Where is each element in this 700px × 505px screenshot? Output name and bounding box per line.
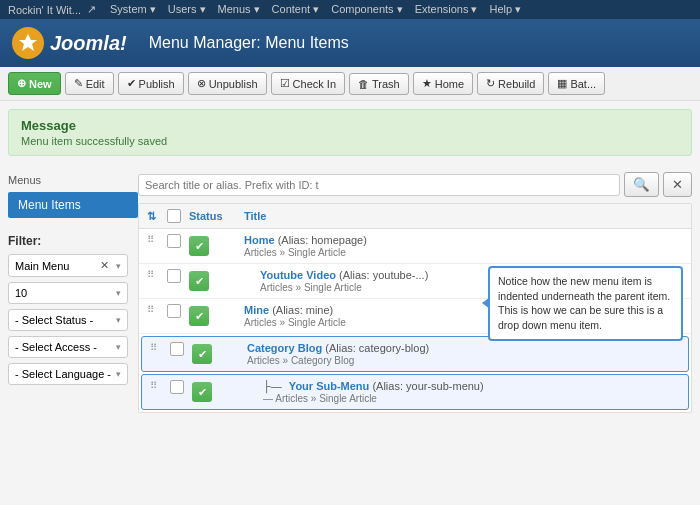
row-checkbox-cell	[170, 342, 192, 356]
edit-icon: ✎	[74, 77, 83, 90]
filter-title: Filter:	[8, 234, 138, 248]
publish-button[interactable]: ✔ Publish	[118, 72, 184, 95]
access-dropdown-arrow: ▾	[116, 342, 121, 352]
page-title: Menu Manager: Menu Items	[149, 34, 349, 52]
search-icon: 🔍	[633, 177, 650, 192]
search-button[interactable]: 🔍	[624, 172, 659, 197]
language-dropdown-arrow: ▾	[116, 369, 121, 379]
row-order-handle[interactable]: ⠿	[150, 342, 170, 353]
toolbar: ⊕ New ✎ Edit ✔ Publish ⊗ Unpublish ☑ Che…	[0, 67, 700, 101]
sidebar-item-menu-items[interactable]: Menu Items	[8, 192, 138, 218]
status-published-icon[interactable]: ✔	[189, 306, 209, 326]
new-icon: ⊕	[17, 77, 26, 90]
menu-item-title[interactable]: ├— Your Sub-Menu (Alias: your-sub-menu)	[263, 380, 680, 392]
right-content: 🔍 ✕ ⇅ Status Title ⠿	[138, 172, 692, 413]
tooltip-callout: Notice how the new menu item is indented…	[488, 266, 683, 341]
sort-icon[interactable]: ⇅	[147, 210, 156, 222]
checkin-button[interactable]: ☑ Check In	[271, 72, 345, 95]
search-bar: 🔍 ✕	[138, 172, 692, 197]
col-check-header	[167, 209, 189, 223]
row-order-handle[interactable]: ⠿	[150, 380, 170, 391]
row-order-handle[interactable]: ⠿	[147, 234, 167, 245]
external-link-icon: ↗	[87, 3, 96, 16]
sidebar: Menus Menu Items Filter: Main Menu ✕ ▾ 1…	[8, 172, 138, 413]
row-checkbox[interactable]	[167, 234, 181, 248]
unpublish-button[interactable]: ⊗ Unpublish	[188, 72, 267, 95]
status-published-icon[interactable]: ✔	[192, 344, 212, 364]
sidebar-section-title: Menus	[8, 172, 138, 188]
home-button[interactable]: ★ Home	[413, 72, 473, 95]
col-order-header: ⇅	[147, 210, 167, 223]
row-title-cell: Category Blog (Alias: category-blog) Art…	[247, 342, 680, 366]
col-status-header[interactable]: Status	[189, 210, 244, 222]
pagesize-dropdown-arrow: ▾	[116, 288, 121, 298]
main-menu-dropdown[interactable]: Main Menu ✕ ▾	[8, 254, 128, 277]
row-checkbox[interactable]	[170, 380, 184, 394]
publish-icon: ✔	[127, 77, 136, 90]
row-order-handle[interactable]: ⠿	[147, 304, 167, 315]
status-published-icon[interactable]: ✔	[189, 271, 209, 291]
row-status-cell: ✔	[189, 304, 244, 326]
table-header: ⇅ Status Title	[139, 204, 691, 229]
row-checkbox-cell	[167, 269, 189, 283]
status-published-icon[interactable]: ✔	[192, 382, 212, 402]
page-size-dropdown[interactable]: 10 ▾	[8, 282, 128, 304]
nav-system[interactable]: System ▾	[110, 3, 156, 16]
row-status-cell: ✔	[189, 269, 244, 291]
edit-button[interactable]: ✎ Edit	[65, 72, 114, 95]
menu-item-title[interactable]: Home (Alias: homepage)	[244, 234, 683, 246]
row-checkbox[interactable]	[167, 269, 181, 283]
row-status-cell: ✔	[189, 234, 244, 256]
menu-dropdown-arrow: ▾	[116, 261, 121, 271]
language-filter-dropdown[interactable]: - Select Language - ▾	[8, 363, 128, 385]
row-checkbox[interactable]	[167, 304, 181, 318]
table-row: ⠿ ✔ Home (Alias: homepage) Articles » Si…	[139, 229, 691, 264]
site-name[interactable]: Rockin' It Wit...	[8, 4, 81, 16]
nav-help[interactable]: Help ▾	[490, 3, 522, 16]
menu-items-table: ⇅ Status Title ⠿ ✔ Home	[138, 203, 692, 413]
batch-button[interactable]: ▦ Bat...	[548, 72, 605, 95]
col-title-header[interactable]: Title	[244, 210, 683, 222]
nav-menus[interactable]: Menus ▾	[218, 3, 260, 16]
row-checkbox-cell	[167, 234, 189, 248]
status-published-icon[interactable]: ✔	[189, 236, 209, 256]
top-bar: Rockin' It Wit... ↗ System ▾ Users ▾ Men…	[0, 0, 700, 19]
row-status-cell: ✔	[192, 380, 247, 402]
rebuild-button[interactable]: ↻ Rebuild	[477, 72, 544, 95]
row-checkbox-cell	[167, 304, 189, 318]
nav-content[interactable]: Content ▾	[272, 3, 320, 16]
checkin-icon: ☑	[280, 77, 290, 90]
row-checkbox[interactable]	[170, 342, 184, 356]
access-filter-dropdown[interactable]: - Select Access - ▾	[8, 336, 128, 358]
menu-item-title[interactable]: Category Blog (Alias: category-blog)	[247, 342, 680, 354]
menu-item-type: Articles » Single Article	[244, 247, 683, 258]
filter-section: Filter: Main Menu ✕ ▾ 10 ▾ - Select Stat…	[8, 234, 138, 385]
batch-icon: ▦	[557, 77, 567, 90]
row-checkbox-cell	[170, 380, 192, 394]
indent-block: ├— Your Sub-Menu (Alias: your-sub-menu) …	[263, 380, 680, 404]
trash-button[interactable]: 🗑 Trash	[349, 73, 409, 95]
joomla-logo: Joomla!	[12, 27, 127, 59]
trash-icon: 🗑	[358, 78, 369, 90]
indent-marker-icon: ├—	[263, 380, 282, 392]
row-order-handle[interactable]: ⠿	[147, 269, 167, 280]
message-box: Message Menu item successfully saved	[8, 109, 692, 156]
clear-search-button[interactable]: ✕	[663, 172, 692, 197]
search-input[interactable]	[138, 174, 620, 196]
message-body: Menu item successfully saved	[21, 135, 679, 147]
nav-users[interactable]: Users ▾	[168, 3, 206, 16]
nav-menu: System ▾ Users ▾ Menus ▾ Content ▾ Compo…	[110, 3, 521, 16]
main-content: Menus Menu Items Filter: Main Menu ✕ ▾ 1…	[0, 164, 700, 413]
clear-menu-icon[interactable]: ✕	[100, 259, 109, 272]
nav-components[interactable]: Components ▾	[331, 3, 402, 16]
joomla-logo-icon	[12, 27, 44, 59]
nav-extensions[interactable]: Extensions ▾	[415, 3, 478, 16]
row-status-cell: ✔	[192, 342, 247, 364]
unpublish-icon: ⊗	[197, 77, 206, 90]
table-row: ⠿ ✔ Category Blog (Alias: category-blog)…	[141, 336, 689, 372]
status-filter-dropdown[interactable]: - Select Status - ▾	[8, 309, 128, 331]
select-all-checkbox[interactable]	[167, 209, 181, 223]
status-dropdown-arrow: ▾	[116, 315, 121, 325]
joomla-text: Joomla!	[50, 32, 127, 55]
new-button[interactable]: ⊕ New	[8, 72, 61, 95]
